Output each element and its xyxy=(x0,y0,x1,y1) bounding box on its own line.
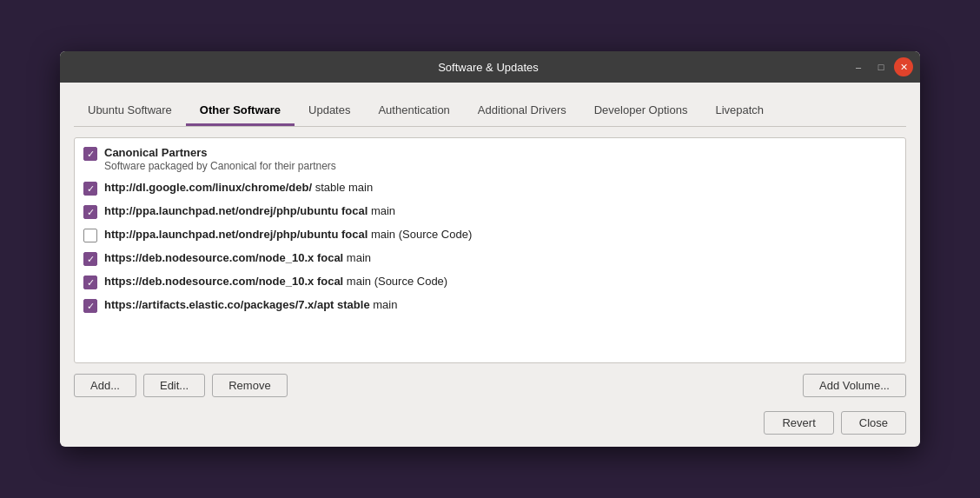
item-text-php-focal: http://ppa.launchpad.net/ondrej/php/ubun… xyxy=(104,204,395,217)
software-updates-window: Software & Updates – □ ✕ Ubuntu Software… xyxy=(60,51,920,447)
item-bold-php-focal: http://ppa.launchpad.net/ondrej/php/ubun… xyxy=(104,204,368,217)
item-label-nodesource-focal: https://deb.nodesource.com/node_10.x foc… xyxy=(104,251,371,264)
item-label-elastic-apt: https://artifacts.elastic.co/packages/7.… xyxy=(104,298,397,311)
close-button[interactable]: Close xyxy=(841,411,906,435)
checkbox-google-chrome[interactable] xyxy=(83,182,97,196)
item-text-nodesource-focal-source: https://deb.nodesource.com/node_10.x foc… xyxy=(104,275,447,288)
item-bold-nodesource-focal: https://deb.nodesource.com/node_10.x foc… xyxy=(104,251,343,264)
tab-other-software[interactable]: Other Software xyxy=(186,96,295,126)
item-normal-nodesource-focal-source: main (Source Code) xyxy=(343,275,447,288)
list-item[interactable]: https://deb.nodesource.com/node_10.x foc… xyxy=(75,270,905,294)
close-window-button[interactable]: ✕ xyxy=(894,57,913,76)
checkbox-elastic-apt[interactable] xyxy=(83,299,97,313)
left-button-group: Add... Edit... Remove xyxy=(74,374,288,397)
item-subtitle-canonical-partners: Software packaged by Canonical for their… xyxy=(104,160,336,172)
checkbox-canonical-partners[interactable] xyxy=(83,147,97,161)
checkbox-php-focal[interactable] xyxy=(83,205,97,219)
list-item[interactable]: Canonical Partners Software packaged by … xyxy=(75,142,905,176)
tab-bar: Ubuntu Software Other Software Updates A… xyxy=(74,96,906,127)
item-text-elastic-apt: https://artifacts.elastic.co/packages/7.… xyxy=(104,298,397,311)
item-label-php-focal-source: http://ppa.launchpad.net/ondrej/php/ubun… xyxy=(104,228,472,241)
item-label-php-focal: http://ppa.launchpad.net/ondrej/php/ubun… xyxy=(104,204,395,217)
item-text-google-chrome: http://dl.google.com/linux/chrome/deb/ s… xyxy=(104,181,373,194)
remove-button[interactable]: Remove xyxy=(212,374,287,397)
checkbox-php-focal-source[interactable] xyxy=(83,229,97,242)
titlebar-controls: – □ ✕ xyxy=(849,57,913,76)
minimize-button[interactable]: – xyxy=(849,57,868,76)
list-item[interactable]: http://ppa.launchpad.net/ondrej/php/ubun… xyxy=(75,200,905,223)
list-item[interactable]: http://dl.google.com/linux/chrome/deb/ s… xyxy=(75,176,905,200)
maximize-button[interactable]: □ xyxy=(871,57,891,76)
add-volume-button[interactable]: Add Volume... xyxy=(803,374,906,397)
action-button-row: Add... Edit... Remove Add Volume... xyxy=(74,374,906,397)
bottom-button-row: Revert Close xyxy=(74,408,906,436)
item-title-canonical-partners: Canonical Partners xyxy=(104,146,336,159)
item-normal-google-chrome: stable main xyxy=(312,181,373,194)
item-bold-nodesource-focal-source: https://deb.nodesource.com/node_10.x foc… xyxy=(104,275,343,288)
item-text-nodesource-focal: https://deb.nodesource.com/node_10.x foc… xyxy=(104,251,371,264)
item-normal-nodesource-focal: main xyxy=(343,251,371,264)
right-button-group: Add Volume... xyxy=(803,374,906,397)
item-normal-elastic-apt: main xyxy=(370,298,398,311)
revert-button[interactable]: Revert xyxy=(764,411,833,435)
item-label-nodesource-focal-source: https://deb.nodesource.com/node_10.x foc… xyxy=(104,275,447,288)
tab-additional-drivers[interactable]: Additional Drivers xyxy=(464,96,580,126)
sources-list: Canonical Partners Software packaged by … xyxy=(74,137,906,363)
add-button[interactable]: Add... xyxy=(74,374,136,397)
tab-authentication[interactable]: Authentication xyxy=(364,96,463,126)
list-item[interactable]: https://artifacts.elastic.co/packages/7.… xyxy=(75,294,905,317)
list-item[interactable]: http://ppa.launchpad.net/ondrej/php/ubun… xyxy=(75,223,905,247)
checkbox-nodesource-focal[interactable] xyxy=(83,252,97,266)
item-normal-php-focal-source: main (Source Code) xyxy=(368,228,472,241)
tab-ubuntu-software[interactable]: Ubuntu Software xyxy=(74,96,186,126)
list-item[interactable]: https://deb.nodesource.com/node_10.x foc… xyxy=(75,247,905,270)
checkbox-nodesource-focal-source[interactable] xyxy=(83,276,97,289)
window-title: Software & Updates xyxy=(128,61,849,74)
item-normal-php-focal: main xyxy=(368,204,395,217)
item-bold-elastic-apt: https://artifacts.elastic.co/packages/7.… xyxy=(104,298,370,311)
item-text-canonical-partners: Canonical Partners Software packaged by … xyxy=(104,146,336,172)
item-label-google-chrome: http://dl.google.com/linux/chrome/deb/ s… xyxy=(104,181,373,194)
item-text-php-focal-source: http://ppa.launchpad.net/ondrej/php/ubun… xyxy=(104,228,472,241)
edit-button[interactable]: Edit... xyxy=(143,374,205,397)
item-bold-google-chrome: http://dl.google.com/linux/chrome/deb/ xyxy=(104,181,312,194)
main-content: Ubuntu Software Other Software Updates A… xyxy=(60,83,920,447)
item-bold-php-focal-source: http://ppa.launchpad.net/ondrej/php/ubun… xyxy=(104,228,368,241)
tab-updates[interactable]: Updates xyxy=(295,96,364,126)
titlebar: Software & Updates – □ ✕ xyxy=(60,51,920,83)
tab-developer-options[interactable]: Developer Options xyxy=(580,96,702,126)
tab-livepatch[interactable]: Livepatch xyxy=(701,96,778,126)
